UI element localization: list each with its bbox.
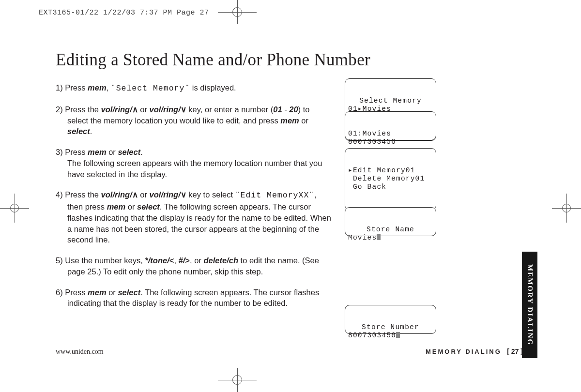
crop-mark-bottom [218, 368, 257, 392]
step-1: Press mem, ¨Select Memory¨ is displayed. [56, 82, 332, 94]
print-slug: EXT3165-01/22 1/22/03 7:37 PM Page 27 [39, 9, 209, 17]
footer-url: www.uniden.com [56, 348, 104, 356]
step-5: Use the number keys, */tone/<, #/>, or d… [56, 255, 332, 277]
footer-page-number: [ 27 ] [507, 347, 523, 355]
thumb-tab: MEMORY DIALING [522, 252, 537, 358]
lcd-entry-detail: 01:Movies8007303456 [345, 111, 436, 140]
page-footer: www.uniden.com MEMORY DIALING [ 27 ] [56, 347, 523, 356]
crop-mark-left [0, 194, 29, 223]
footer-section: MEMORY DIALING [426, 348, 502, 355]
cursor-icon [377, 234, 381, 240]
crop-mark-right [552, 194, 581, 223]
step-6: Press mem or select. The following scree… [56, 287, 332, 309]
cursor-icon [396, 332, 400, 338]
step-3: Press mem or select. The following scree… [56, 147, 332, 180]
lcd-edit-menu: ▸Edit Memory01 Delete Memory01 Go Back [345, 148, 436, 211]
manual-page: EXT3165-01/22 1/22/03 7:37 PM Page 27 Ed… [0, 0, 581, 392]
lcd-store-number: Store Number8007303456 [345, 305, 436, 334]
page-title: Editing a Stored Name and/or Phone Numbe… [56, 50, 433, 70]
step-2: Press the vol/ring/∧ or vol/ring/∨ key, … [56, 104, 332, 137]
step-4: Press the vol/ring/∧ or vol/ring/∨ key t… [56, 189, 332, 245]
crop-mark-top [218, 0, 257, 24]
lcd-store-name: Store NameMovies [345, 207, 436, 236]
step-list: Press mem, ¨Select Memory¨ is displayed.… [56, 82, 332, 309]
